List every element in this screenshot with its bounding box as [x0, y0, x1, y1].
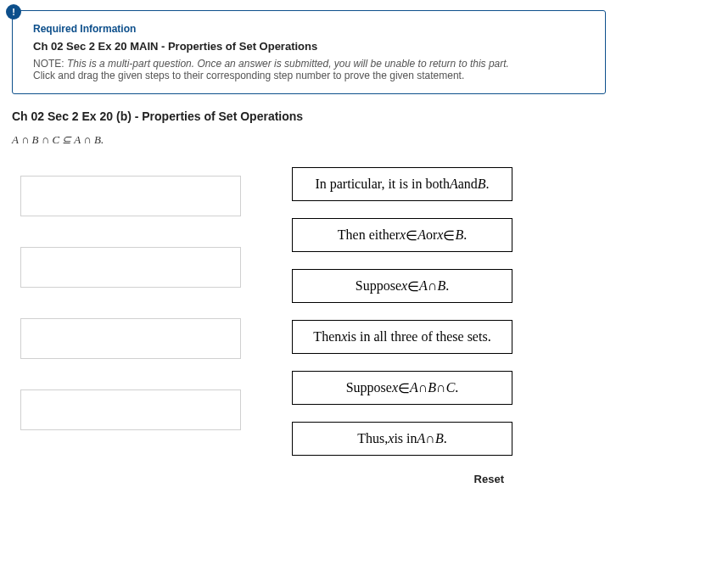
- note-instruction: Click and drag the given steps to their …: [33, 70, 464, 81]
- note-prefix: NOTE:: [33, 58, 67, 70]
- drop-slot-4[interactable]: [20, 389, 241, 430]
- choice-card[interactable]: Then x is in all three of these sets.: [292, 320, 512, 354]
- required-info-box: ! Required Information Ch 02 Sec 2 Ex 20…: [12, 10, 606, 94]
- drop-slot-3[interactable]: [20, 318, 241, 359]
- choice-card[interactable]: Suppose x ∈ A ∩ B.: [292, 269, 512, 303]
- drop-slot-2[interactable]: [20, 247, 241, 288]
- statement-to-prove: A ∩ B ∩ C ⊆ A ∩ B.: [12, 133, 716, 147]
- info-title: Ch 02 Sec 2 Ex 20 MAIN - Properties of S…: [33, 40, 588, 53]
- choice-column-wrap: In particular, it is in both A and B. Th…: [292, 167, 512, 485]
- info-note: NOTE: This is a multi-part question. Onc…: [33, 58, 588, 81]
- drop-column: [20, 167, 241, 430]
- choice-card[interactable]: Then either x ∈ A or x ∈ B.: [292, 218, 512, 252]
- choice-card[interactable]: Thus, x is in A ∩ B.: [292, 422, 512, 456]
- drag-drop-area: In particular, it is in both A and B. Th…: [12, 167, 716, 485]
- note-italic: This is a multi-part question. Once an a…: [67, 58, 509, 70]
- reset-button[interactable]: Reset: [474, 473, 504, 485]
- alert-icon: !: [6, 4, 21, 20]
- choice-column: In particular, it is in both A and B. Th…: [292, 167, 512, 456]
- required-info-label: Required Information: [33, 23, 588, 35]
- choice-card[interactable]: In particular, it is in both A and B.: [292, 167, 512, 201]
- question-subheading: Ch 02 Sec 2 Ex 20 (b) - Properties of Se…: [12, 109, 716, 123]
- reset-row: Reset: [474, 473, 512, 485]
- choice-card[interactable]: Suppose x ∈ A ∩ B ∩ C.: [292, 371, 512, 405]
- drop-slot-1[interactable]: [20, 176, 241, 216]
